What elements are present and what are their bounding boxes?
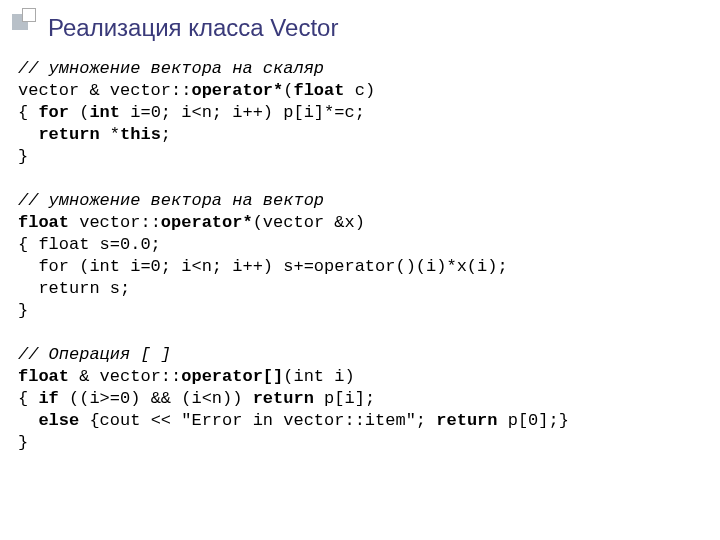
code-text: vector::	[69, 213, 161, 232]
code-text	[18, 125, 38, 144]
code-text: p[0];}	[498, 411, 569, 430]
code-text: (	[69, 103, 89, 122]
slide-title: Реализация класса Vector	[48, 14, 338, 42]
code-text: *	[100, 125, 120, 144]
code-text: (vector &x)	[253, 213, 365, 232]
code-keyword: float	[293, 81, 344, 100]
code-keyword: float	[18, 213, 69, 232]
code-keyword: return	[436, 411, 497, 430]
code-text	[18, 411, 38, 430]
code-text: {	[18, 389, 38, 408]
code-text: (int i)	[283, 367, 354, 386]
slide-corner-decoration	[12, 8, 40, 36]
code-keyword: else	[38, 411, 79, 430]
code-comment: // умножение вектора на скаляр	[18, 59, 324, 78]
code-text: (	[283, 81, 293, 100]
code-text: { float s=0.0;	[18, 235, 161, 254]
code-text: p[i];	[314, 389, 375, 408]
code-text: & vector::	[69, 367, 181, 386]
code-keyword: if	[38, 389, 58, 408]
code-text: {cout << "Error in vector::item";	[79, 411, 436, 430]
code-text: }	[18, 433, 28, 452]
code-text: {	[18, 103, 38, 122]
code-keyword: operator[]	[181, 367, 283, 386]
code-text: }	[18, 147, 28, 166]
code-keyword: for	[38, 103, 69, 122]
code-text: vector & vector::	[18, 81, 191, 100]
code-text: return s;	[18, 279, 130, 298]
code-listing: // умножение вектора на скаляр vector & …	[18, 58, 569, 454]
code-text: c)	[344, 81, 375, 100]
code-comment: // умножение вектора на вектор	[18, 191, 324, 210]
code-keyword: return	[253, 389, 314, 408]
code-text: }	[18, 301, 28, 320]
code-keyword: return	[38, 125, 99, 144]
code-comment: // Операция [ ]	[18, 345, 171, 364]
code-text: ;	[161, 125, 171, 144]
code-keyword: operator*	[161, 213, 253, 232]
code-text: ((i>=0) && (i<n))	[59, 389, 253, 408]
code-keyword: float	[18, 367, 69, 386]
code-keyword: this	[120, 125, 161, 144]
code-text: for (int i=0; i<n; i++) s+=operator()(i)…	[18, 257, 508, 276]
code-keyword: int	[89, 103, 120, 122]
code-text: i=0; i<n; i++) p[i]*=c;	[120, 103, 365, 122]
code-keyword: operator*	[191, 81, 283, 100]
